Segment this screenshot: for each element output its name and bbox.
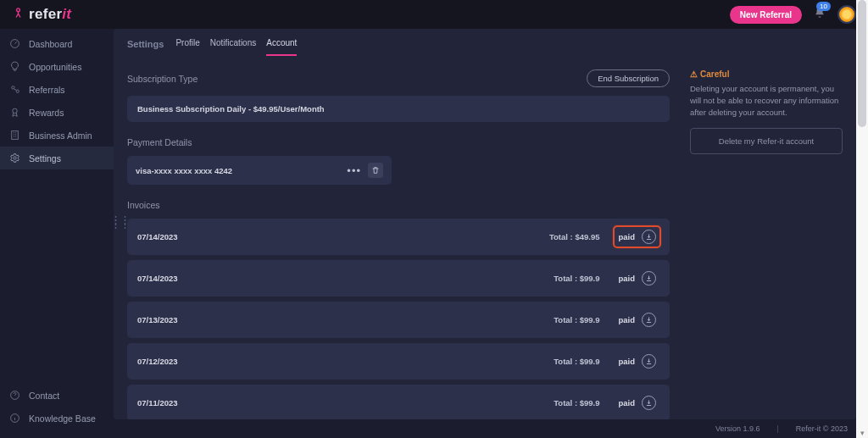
- scroll-thumb[interactable]: [858, 0, 866, 127]
- invoice-status-group: paid: [615, 352, 659, 371]
- invoice-date: 07/12/2023: [137, 357, 178, 366]
- invoice-download-button[interactable]: [642, 313, 656, 327]
- sidebar-item-label: Contact: [29, 391, 59, 401]
- svg-point-2: [12, 86, 14, 89]
- danger-body: Deleting your account is permanent, you …: [690, 83, 843, 118]
- svg-point-4: [13, 108, 17, 113]
- payment-delete-button[interactable]: [368, 163, 383, 178]
- sidebar-item-contact[interactable]: Contact: [0, 384, 114, 407]
- main-panel: Settings Profile Notifications Account ⋮…: [114, 29, 856, 419]
- invoice-date: 07/13/2023: [137, 315, 178, 324]
- invoice-total: Total : $49.95: [549, 232, 600, 241]
- gauge-icon: [8, 38, 21, 49]
- invoice-row: 07/14/2023Total : $49.95paid: [127, 219, 670, 255]
- payment-card-box: visa-xxxx xxxx xxxx 4242 •••: [127, 156, 392, 185]
- invoice-status-group: paid: [615, 310, 659, 330]
- app-header: referit New Referral 10: [0, 0, 868, 29]
- sidebar-item-knowledge-base[interactable]: Knowledge Base: [0, 407, 114, 430]
- invoice-download-button[interactable]: [642, 230, 656, 244]
- info-icon: [8, 413, 21, 424]
- notifications-button[interactable]: 10: [814, 7, 826, 22]
- invoices-section-label: Invoices: [127, 200, 670, 210]
- svg-rect-5: [12, 131, 19, 140]
- gear-icon: [8, 152, 21, 164]
- invoice-row: 07/12/2023Total : $99.9paid: [127, 343, 670, 380]
- avatar[interactable]: [837, 5, 856, 24]
- lightbulb-icon: [8, 61, 21, 72]
- footer-separator: |: [776, 424, 778, 433]
- invoice-status: paid: [618, 398, 635, 408]
- tab-notifications[interactable]: Notifications: [210, 38, 256, 56]
- sidebar-item-label: Knowledge Base: [29, 413, 96, 424]
- invoice-download-button[interactable]: [642, 354, 656, 369]
- invoice-total: Total : $99.9: [554, 398, 599, 408]
- invoice-total: Total : $99.9: [554, 274, 599, 283]
- sidebar: Dashboard Opportunities Referrals Reward…: [0, 29, 114, 438]
- tab-account[interactable]: Account: [266, 38, 297, 56]
- invoice-status-group: paid: [615, 269, 659, 288]
- sidebar-item-opportunities[interactable]: Opportunities: [0, 55, 114, 78]
- brand-glyph-icon: [12, 7, 25, 23]
- svg-point-0: [17, 8, 20, 11]
- sidebar-item-dashboard[interactable]: Dashboard: [0, 32, 114, 55]
- subscription-section-label: Subscription Type: [127, 74, 198, 84]
- payment-section-label: Payment Details: [127, 137, 670, 147]
- sidebar-item-settings[interactable]: Settings: [0, 147, 114, 169]
- danger-title: ⚠ Careful: [690, 69, 843, 79]
- brand-text: referit: [29, 6, 71, 23]
- sidebar-item-label: Rewards: [29, 108, 64, 118]
- footer-version: Version 1.9.6: [715, 424, 760, 433]
- invoice-list: 07/14/2023Total : $49.95paid07/14/2023To…: [127, 219, 670, 419]
- invoice-date: 07/14/2023: [137, 274, 178, 283]
- building-icon: [8, 130, 21, 141]
- sidebar-item-label: Opportunities: [29, 62, 81, 72]
- footer-copyright: Refer-it © 2023: [796, 424, 848, 433]
- sidebar-item-label: Business Admin: [29, 130, 92, 141]
- drag-handle-icon[interactable]: ⋮⋮⋮⋮: [114, 219, 129, 225]
- invoice-status-group: paid: [615, 227, 659, 247]
- sidebar-top-list: Dashboard Opportunities Referrals Reward…: [0, 32, 114, 169]
- scroll-down-icon[interactable]: ▾: [856, 429, 868, 437]
- subscription-plan-text: Business Subscription Daily - $49.95/Use…: [137, 104, 659, 114]
- invoice-download-button[interactable]: [642, 396, 656, 410]
- invoice-row: 07/11/2023Total : $99.9paid: [127, 385, 670, 419]
- sidebar-bottom-list: Contact Knowledge Base: [0, 384, 114, 438]
- notification-count-badge: 10: [816, 2, 831, 11]
- new-referral-button[interactable]: New Referral: [730, 6, 802, 24]
- window-scrollbar[interactable]: ▴ ▾: [856, 0, 868, 438]
- badge-icon: [8, 107, 21, 118]
- invoice-status-group: paid: [615, 393, 659, 413]
- people-arrow-icon: [8, 84, 21, 95]
- sidebar-item-label: Referrals: [29, 85, 65, 95]
- warning-icon: ⚠: [690, 69, 698, 79]
- invoice-total: Total : $99.9: [554, 315, 599, 324]
- sidebar-item-business-admin[interactable]: Business Admin: [0, 124, 114, 147]
- sidebar-item-label: Dashboard: [29, 39, 72, 49]
- end-subscription-button[interactable]: End Subscription: [587, 69, 670, 87]
- svg-point-6: [14, 157, 16, 159]
- sidebar-item-label: Settings: [29, 153, 61, 164]
- invoice-status: paid: [618, 274, 635, 283]
- invoice-row: 07/14/2023Total : $99.9paid: [127, 260, 670, 297]
- payment-card-text: visa-xxxx xxxx xxxx 4242: [136, 166, 232, 175]
- invoice-download-button[interactable]: [642, 271, 656, 286]
- subscription-plan-box: Business Subscription Daily - $49.95/Use…: [127, 96, 670, 122]
- sidebar-item-referrals[interactable]: Referrals: [0, 78, 114, 101]
- payment-edit-button[interactable]: •••: [347, 164, 361, 177]
- tab-profile[interactable]: Profile: [175, 38, 199, 56]
- page-title: Settings: [127, 39, 164, 56]
- invoice-status: paid: [618, 357, 635, 366]
- invoice-date: 07/11/2023: [137, 398, 178, 408]
- invoice-row: 07/13/2023Total : $99.9paid: [127, 302, 670, 338]
- settings-tabs: Profile Notifications Account: [175, 38, 297, 56]
- help-icon: [8, 390, 21, 401]
- footer: Version 1.9.6 | Refer-it © 2023: [114, 419, 868, 438]
- invoice-status: paid: [618, 232, 635, 241]
- invoice-date: 07/14/2023: [137, 232, 178, 241]
- brand-logo: referit: [12, 6, 71, 23]
- sidebar-item-rewards[interactable]: Rewards: [0, 101, 114, 124]
- invoice-total: Total : $99.9: [554, 357, 599, 366]
- delete-account-button[interactable]: Delete my Refer-it account: [690, 128, 843, 154]
- invoice-status: paid: [618, 315, 635, 324]
